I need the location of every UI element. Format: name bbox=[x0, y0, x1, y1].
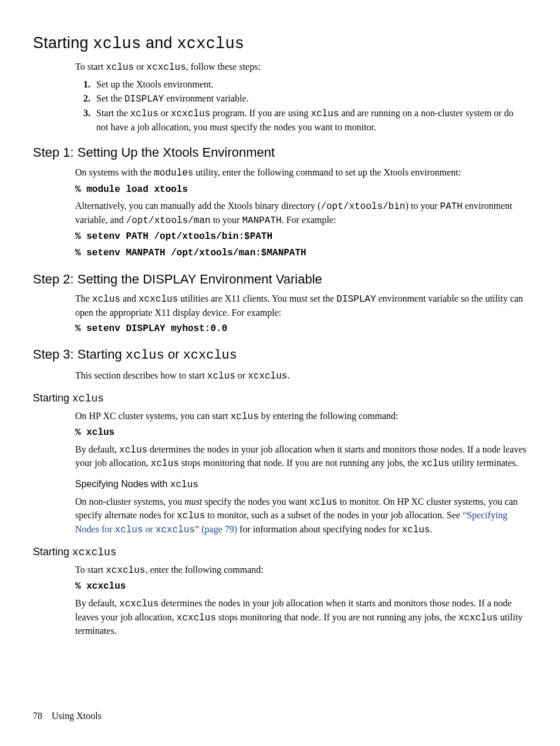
inline-code: xcxclus bbox=[171, 109, 210, 119]
emphasized-text: must bbox=[184, 497, 202, 507]
text: By default, bbox=[75, 444, 119, 454]
page-title: Starting xclus and xcxclus bbox=[33, 32, 527, 55]
inline-code: DISPLAY bbox=[124, 94, 164, 104]
inline-code: xcxclus bbox=[119, 599, 158, 609]
text: , enter the following command: bbox=[145, 565, 263, 575]
inline-code: xcxclus bbox=[139, 294, 178, 305]
para: This section describes how to start xclu… bbox=[75, 369, 527, 383]
footer-chapter-title: Using Xtools bbox=[52, 711, 102, 721]
command-line: % module load xtools bbox=[75, 184, 527, 197]
inline-code: DISPLAY bbox=[336, 294, 376, 305]
text: This section describes how to start bbox=[75, 370, 207, 380]
para: On systems with the modules utility, ent… bbox=[75, 166, 527, 180]
text: by entering the following command: bbox=[259, 411, 399, 421]
text: ) to your bbox=[405, 201, 440, 211]
link-text: or bbox=[143, 524, 156, 534]
inline-code: xclus bbox=[170, 480, 198, 490]
para: To start xcxclus, enter the following co… bbox=[75, 563, 527, 578]
text: or bbox=[158, 108, 171, 118]
inline-code: /opt/xtools/bin bbox=[321, 201, 405, 212]
text: Starting bbox=[33, 392, 72, 404]
text: stops monitoring that node. If you are n… bbox=[179, 458, 421, 468]
intro-para: To start xclus or xcxclus, follow these … bbox=[75, 60, 527, 75]
inline-code: xclus bbox=[309, 497, 338, 508]
inline-code: xcxclus bbox=[72, 546, 117, 558]
inline-code: xclus bbox=[92, 294, 120, 305]
inline-code: xcxclus bbox=[106, 565, 145, 576]
inline-code: xclus bbox=[126, 348, 164, 363]
text: utility, enter the following command to … bbox=[193, 167, 461, 177]
para: On HP XC cluster systems, you can start … bbox=[75, 410, 527, 424]
text: to monitor, such as a subset of the node… bbox=[205, 510, 463, 520]
list-item: Set the DISPLAY environment variable. bbox=[93, 92, 527, 106]
para: The xclus and xcxclus utilities are X11 … bbox=[75, 292, 527, 319]
title-text: and bbox=[141, 34, 177, 52]
text: for information about specifying nodes f… bbox=[237, 524, 402, 534]
title-code: xcxclus bbox=[177, 35, 244, 53]
inline-code: xclus bbox=[130, 109, 158, 119]
inline-code: xclus bbox=[151, 458, 179, 469]
subsubsection-heading-specifying-nodes: Specifying Nodes with xclus bbox=[75, 478, 527, 492]
text: On systems with the bbox=[75, 167, 154, 177]
para: By default, xclus determines the nodes i… bbox=[75, 443, 527, 471]
inline-code: xclus bbox=[207, 371, 235, 382]
inline-code: xcxclus bbox=[183, 348, 237, 363]
list-item: Set up the Xtools environment. bbox=[93, 78, 527, 91]
command-line: % setenv PATH /opt/xtools/bin:$PATH bbox=[75, 231, 527, 244]
subsection-heading-starting-xcxclus: Starting xcxclus bbox=[33, 545, 527, 559]
command-line: % setenv DISPLAY myhost:0.0 bbox=[75, 323, 527, 336]
inline-code: xclus bbox=[115, 525, 143, 535]
inline-code: xclus bbox=[72, 393, 104, 404]
inline-code: xclus bbox=[106, 62, 134, 73]
inline-code: xcxclus bbox=[147, 62, 186, 73]
text: By default, bbox=[75, 598, 119, 608]
text: program. If you are using bbox=[210, 108, 311, 118]
inline-code: xclus bbox=[402, 525, 430, 535]
inline-code: xcxclus bbox=[156, 525, 195, 535]
text: The bbox=[75, 293, 92, 303]
inline-code: xcxclus bbox=[458, 613, 498, 623]
text: Starting bbox=[33, 546, 72, 558]
text: . bbox=[430, 524, 432, 534]
text: to your bbox=[211, 215, 242, 225]
text: or bbox=[235, 370, 248, 380]
steps-list: Set up the Xtools environment. Set the D… bbox=[75, 78, 527, 133]
text: . bbox=[287, 370, 289, 380]
command-line: % setenv MANPATH /opt/xtools/man:$MANPAT… bbox=[75, 247, 527, 260]
text: . For example: bbox=[282, 215, 336, 225]
inline-code: xclus bbox=[311, 109, 339, 119]
inline-code: xcxclus bbox=[248, 371, 287, 382]
text: , follow these steps: bbox=[186, 62, 261, 72]
text: utilities are X11 clients. You must set … bbox=[178, 293, 336, 303]
inline-code: xcxclus bbox=[177, 613, 216, 623]
text: specify the nodes you want bbox=[202, 497, 309, 507]
section-heading-step1: Step 1: Setting Up the Xtools Environmen… bbox=[33, 144, 527, 161]
inline-code: modules bbox=[154, 168, 193, 178]
text: and bbox=[120, 293, 139, 303]
text: To start bbox=[75, 565, 106, 575]
inline-code: xclus bbox=[177, 511, 205, 521]
text: Step 3: Starting bbox=[33, 347, 126, 362]
title-code: xclus bbox=[93, 35, 141, 53]
inline-code: xclus bbox=[119, 445, 147, 455]
inline-code: /opt/xtools/man bbox=[126, 215, 211, 226]
text: On non-cluster systems, you bbox=[75, 497, 184, 507]
text: Set the bbox=[96, 93, 124, 103]
text: Alternatively, you can manually add the … bbox=[75, 201, 321, 211]
list-item: Start the xclus or xcxclus program. If y… bbox=[93, 107, 527, 133]
page-number: 78 bbox=[33, 711, 42, 721]
title-text: Starting bbox=[33, 34, 93, 52]
section-heading-step2: Step 2: Setting the DISPLAY Environment … bbox=[33, 271, 527, 288]
text: utility terminates. bbox=[450, 458, 518, 468]
text: or bbox=[134, 62, 146, 72]
link-text: ” (page 79) bbox=[195, 524, 237, 534]
section-heading-step3: Step 3: Starting xclus or xcxclus bbox=[33, 346, 527, 364]
subsection-heading-starting-xclus: Starting xclus bbox=[33, 391, 527, 406]
para: On non-cluster systems, you must specify… bbox=[75, 495, 527, 537]
text: Start the bbox=[96, 108, 130, 118]
text: Specifying Nodes with bbox=[75, 479, 170, 489]
text: To start bbox=[75, 62, 106, 72]
page-footer: 78 Using Xtools bbox=[33, 710, 102, 723]
inline-code: PATH bbox=[440, 201, 463, 212]
inline-code: MANPATH bbox=[242, 215, 281, 226]
